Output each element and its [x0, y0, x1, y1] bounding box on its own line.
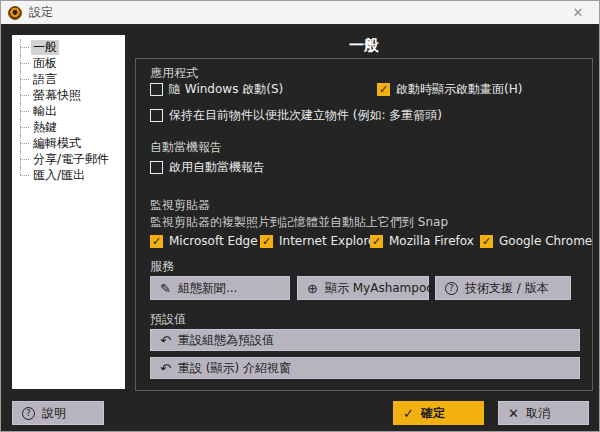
checkbox-icon [150, 161, 163, 174]
configure-news-button[interactable]: ✎ 組態新聞... [150, 276, 290, 300]
checkbox-microsoft-edge[interactable]: Microsoft Edge [150, 234, 258, 248]
tree-connector [18, 87, 31, 103]
pencil-icon: ✎ [160, 282, 171, 295]
question-circle-icon: ? [445, 282, 458, 295]
plus-circle-icon: ⊕ [307, 282, 318, 295]
sidebar-item-share-email[interactable]: 分享/電子郵件 [18, 151, 125, 167]
tree-connector [18, 55, 31, 71]
reset-config-defaults-button[interactable]: ↶ 重設組態為預設值 [150, 329, 580, 351]
checkbox-icon [370, 235, 383, 248]
reset-intro-window-button[interactable]: ↶ 重設 (顯示) 介紹視窗 [150, 357, 580, 379]
title-bar: 設定 ✕ [1, 1, 599, 25]
checkbox-label: Mozilla Firefox [389, 234, 474, 248]
checkbox-enable-crash-report[interactable]: 啟用自動當機報告 [150, 159, 265, 176]
tree-connector [18, 119, 31, 135]
show-myashampoo-button[interactable]: ⊕ 顯示 MyAshampoo [297, 276, 429, 300]
section-label-clipboard-watcher: 監視剪貼器 [150, 197, 210, 214]
section-label-defaults: 預設值 [150, 311, 186, 328]
button-label: 說明 [42, 405, 66, 422]
checkbox-internet-explorer[interactable]: Internet Explorer [260, 234, 380, 248]
sidebar-item-panel[interactable]: 面板 [18, 55, 125, 71]
section-label-services: 服務 [150, 258, 174, 275]
checkbox-icon [260, 235, 273, 248]
tech-support-version-button[interactable]: ? 技術支援 / 版本 [435, 276, 571, 300]
checkbox-label: 啟動時顯示啟動畫面(H) [396, 81, 522, 98]
ok-button[interactable]: ✓ 確定 [393, 401, 484, 425]
button-label: 確定 [421, 405, 445, 422]
app-logo-icon [8, 6, 22, 20]
checkbox-icon [480, 235, 493, 248]
checkbox-start-with-windows[interactable]: 隨 Windows 啟動(S) [150, 81, 283, 98]
cancel-button[interactable]: ✕ 取消 [498, 401, 589, 425]
tree-connector [18, 151, 31, 167]
checkbox-icon [150, 109, 163, 122]
section-label-crash-report: 自動當機報告 [150, 139, 222, 156]
sidebar-item-edit-mode[interactable]: 編輯模式 [18, 135, 125, 151]
clipboard-description: 監視剪貼器的複製照片到記憶體並自動貼上它們到 Snap [150, 214, 448, 231]
checkbox-label: 隨 Windows 啟動(S) [169, 81, 283, 98]
settings-dialog: 設定 ✕ 一般 面板 語言 螢幕快照 輸出 熱鍵 編輯模式 [0, 0, 600, 432]
checkbox-label: 啟用自動當機報告 [169, 159, 265, 176]
undo-arrow-icon: ↶ [160, 334, 171, 347]
checkbox-label: Google Chrome [499, 234, 592, 248]
button-label: 顯示 MyAshampoo [325, 280, 434, 297]
tree-connector [18, 103, 31, 119]
checkbox-keep-current-object[interactable]: 保持在目前物件以便批次建立物件 (例如: 多重箭頭) [150, 107, 442, 124]
sidebar-item-output[interactable]: 輸出 [18, 103, 125, 119]
button-label: 重設組態為預設值 [178, 332, 274, 349]
sidebar-item-language[interactable]: 語言 [18, 71, 125, 87]
page-title: 一般 [135, 36, 593, 55]
checkbox-mozilla-firefox[interactable]: Mozilla Firefox [370, 234, 474, 248]
undo-arrow-icon: ↶ [160, 362, 171, 375]
tree-connector [18, 135, 31, 151]
help-button[interactable]: ? 說明 [12, 401, 104, 425]
close-icon[interactable]: ✕ [563, 1, 593, 24]
checkbox-label: Microsoft Edge [169, 234, 258, 248]
checkbox-google-chrome[interactable]: Google Chrome [480, 234, 592, 248]
window-title: 設定 [29, 4, 53, 21]
tree-connector [18, 71, 31, 87]
sidebar-item-general[interactable]: 一般 [18, 39, 125, 55]
button-label: 重設 (顯示) 介紹視窗 [178, 360, 291, 377]
checkbox-icon [377, 83, 390, 96]
button-label: 取消 [526, 405, 550, 422]
checkbox-label: Internet Explorer [279, 234, 380, 248]
sidebar-item-hotkeys[interactable]: 熱鍵 [18, 119, 125, 135]
section-label-application: 應用程式 [150, 65, 198, 82]
sidebar-item-screenshot[interactable]: 螢幕快照 [18, 87, 125, 103]
sidebar-item-import-export[interactable]: 匯入/匯出 [18, 167, 125, 183]
tree-connector [18, 167, 31, 183]
checkbox-label: 保持在目前物件以便批次建立物件 (例如: 多重箭頭) [169, 107, 442, 124]
check-icon: ✓ [403, 407, 414, 420]
general-settings-group: 應用程式 隨 Windows 啟動(S) 啟動時顯示啟動畫面(H) 保持在目前物… [135, 58, 593, 391]
tree-connector [18, 39, 31, 55]
checkbox-icon [150, 235, 163, 248]
checkbox-show-splash-screen[interactable]: 啟動時顯示啟動畫面(H) [377, 81, 522, 98]
close-icon: ✕ [508, 407, 519, 420]
button-label: 組態新聞... [178, 280, 237, 297]
settings-nav-tree: 一般 面板 語言 螢幕快照 輸出 熱鍵 編輯模式 分享/電子郵件 [12, 35, 125, 389]
question-circle-icon: ? [22, 407, 35, 420]
checkbox-icon [150, 83, 163, 96]
button-label: 技術支援 / 版本 [465, 280, 549, 297]
